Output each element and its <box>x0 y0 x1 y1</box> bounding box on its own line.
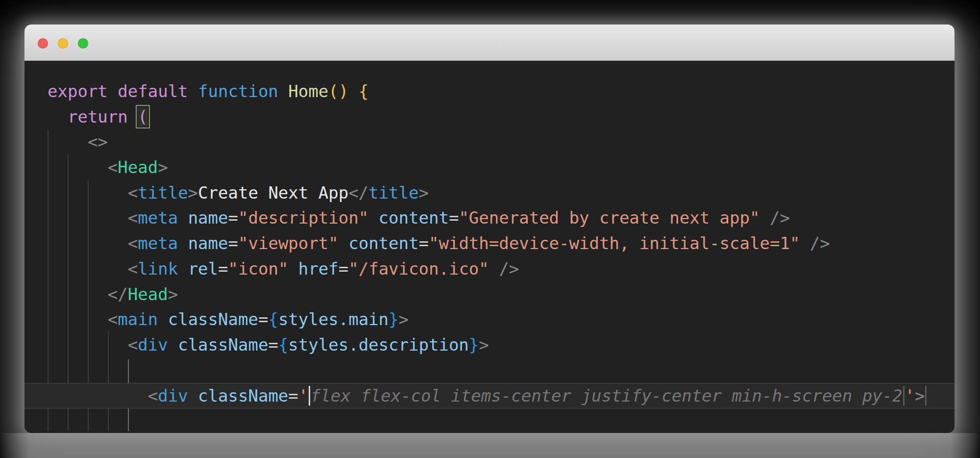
token-plain <box>489 259 499 279</box>
code-line[interactable]: <Head> <box>24 155 955 180</box>
token-attr: className <box>168 309 258 329</box>
token-op: = <box>288 386 298 406</box>
token-punct: > <box>158 157 168 177</box>
text-cursor <box>309 386 311 406</box>
token-plain <box>178 259 188 279</box>
token-punct: < <box>128 335 138 355</box>
token-punct: < <box>128 233 138 253</box>
token-kw: return <box>68 107 128 127</box>
token-attr: href <box>298 259 339 279</box>
token-plain <box>128 107 138 127</box>
token-attr: styles.main <box>278 309 389 329</box>
token-punct: < <box>128 259 138 279</box>
code-content: export default function Home() { return … <box>24 61 955 408</box>
token-punct: /> <box>810 233 830 253</box>
token-str: "viewport" <box>238 233 339 253</box>
token-plain <box>288 259 298 279</box>
token-attr: content <box>348 233 418 253</box>
token-kw2: function <box>198 81 278 101</box>
token-punct: > <box>418 183 428 203</box>
token-kw: ( <box>138 107 147 127</box>
token-plain <box>339 233 348 253</box>
token-punct: > <box>188 183 198 203</box>
token-str: "width=device-width, initial-scale=1" <box>429 233 800 253</box>
token-brace: } <box>469 335 479 355</box>
token-punct: </ <box>108 284 128 304</box>
window-titlebar[interactable] <box>24 25 955 61</box>
token-brace: { <box>278 335 288 355</box>
token-op: = <box>268 335 278 355</box>
token-punct: > <box>399 309 409 329</box>
token-punct: < <box>128 208 138 228</box>
token-str: "Generated by create next app" <box>459 208 760 228</box>
token-str: "icon" <box>228 259 289 279</box>
token-tag: div <box>158 386 188 406</box>
token-punct: </ <box>348 183 368 203</box>
token-op: = <box>449 208 459 228</box>
token-punct: < <box>108 157 118 177</box>
code-line[interactable]: <meta name="description" content="Genera… <box>24 205 955 231</box>
token-punct: < <box>148 386 158 406</box>
token-str: ' <box>298 386 308 406</box>
token-brace: } <box>389 309 398 329</box>
token-tag: div <box>138 335 168 355</box>
token-punct: < <box>108 309 118 329</box>
ghost-boundary-bar <box>903 386 905 406</box>
token-attr: className <box>198 386 288 406</box>
code-line[interactable]: return ( <box>24 104 955 130</box>
code-line[interactable]: </Head> <box>24 282 955 307</box>
code-line-current[interactable]: <div className='flex flex-col items-cent… <box>24 383 955 408</box>
token-op: = <box>339 259 348 279</box>
token-attr: name <box>188 233 228 253</box>
token-plain <box>188 81 198 101</box>
code-line[interactable]: <link rel="icon" href="/favicon.ico" /> <box>24 256 955 282</box>
token-punct: > <box>479 335 489 355</box>
code-line[interactable]: <title>Create Next App</title> <box>24 180 955 206</box>
token-paren: { <box>359 81 368 101</box>
token-punct: /> <box>770 208 790 228</box>
token-str: "description" <box>238 208 368 228</box>
code-line[interactable]: <main className={styles.main}> <box>24 307 955 332</box>
token-op: = <box>228 233 238 253</box>
token-plain <box>278 81 288 101</box>
close-button[interactable] <box>38 38 48 49</box>
code-line[interactable]: export default function Home() { <box>24 79 955 104</box>
token-punct: < <box>128 183 138 203</box>
token-tag: title <box>138 183 188 203</box>
token-str: "/favicon.ico" <box>348 259 489 279</box>
background-floor <box>0 433 980 458</box>
token-attr: styles.description <box>288 335 468 355</box>
zoom-button[interactable] <box>78 38 88 49</box>
token-op: = <box>418 233 428 253</box>
token-comp: Head <box>128 284 168 304</box>
code-area[interactable]: export default function Home() { return … <box>24 61 955 433</box>
ghost-boundary-bar <box>925 386 927 406</box>
token-tag: link <box>138 259 178 279</box>
ghost-suggestion-text: flex flex-col items-center justify-cente… <box>311 386 903 406</box>
code-line[interactable] <box>24 358 955 383</box>
token-punct: <> <box>88 132 108 152</box>
code-line[interactable]: <> <box>24 129 955 155</box>
token-str: ' <box>905 386 915 406</box>
token-tag: meta <box>138 208 178 228</box>
token-plain <box>348 81 358 101</box>
token-attr: rel <box>188 259 218 279</box>
token-tag: meta <box>138 233 178 253</box>
minimize-button[interactable] <box>58 38 68 49</box>
token-op: = <box>218 259 228 279</box>
token-plain <box>800 233 809 253</box>
code-line[interactable]: <meta name="viewport" content="width=dev… <box>24 231 955 256</box>
token-plain <box>178 208 188 228</box>
token-paren: () <box>328 81 348 101</box>
token-kw: export default <box>48 81 188 101</box>
token-brace: { <box>268 309 278 329</box>
token-op: = <box>228 208 238 228</box>
token-comp: Head <box>118 157 158 177</box>
token-attr: content <box>379 208 449 228</box>
token-plain <box>368 208 378 228</box>
code-line[interactable]: <div className={styles.description}> <box>24 332 955 358</box>
token-op: = <box>258 309 268 329</box>
traffic-lights <box>38 38 88 49</box>
token-attr: className <box>178 335 268 355</box>
token-text: Create Next App <box>198 183 348 203</box>
